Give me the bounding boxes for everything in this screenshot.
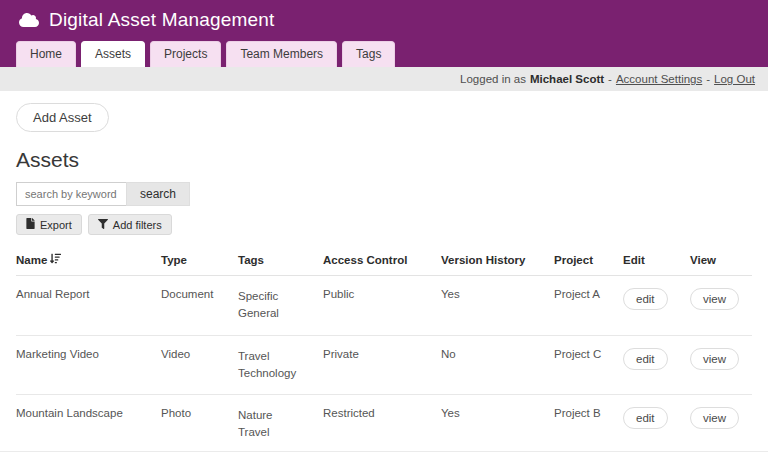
search-button[interactable]: search <box>126 182 190 206</box>
edit-button[interactable]: edit <box>623 348 668 370</box>
cell-type: Photo <box>161 395 238 452</box>
table-row: Marketing Video Video Travel Technology … <box>16 335 752 395</box>
filter-row: Export Add filters <box>16 214 752 235</box>
edit-button[interactable]: edit <box>623 407 668 429</box>
cell-tags: Nature Travel <box>238 395 323 452</box>
column-header-name[interactable]: Name <box>16 241 161 276</box>
search-row: search <box>16 182 752 206</box>
column-header-project: Project <box>554 241 623 276</box>
cell-version-history: Yes <box>441 395 554 452</box>
edit-button[interactable]: edit <box>623 288 668 310</box>
column-header-edit: Edit <box>623 241 690 276</box>
tab-team-members[interactable]: Team Members <box>226 41 337 67</box>
sort-icon[interactable] <box>50 253 61 266</box>
view-button[interactable]: view <box>690 348 739 370</box>
funnel-icon <box>98 219 108 231</box>
cell-version-history: No <box>441 335 554 395</box>
tag: Travel <box>238 424 317 441</box>
add-filters-button[interactable]: Add filters <box>88 214 172 235</box>
tab-home[interactable]: Home <box>16 41 76 67</box>
export-label: Export <box>40 219 72 231</box>
cloud-icon <box>18 12 40 28</box>
tab-bar: Home Assets Projects Team Members Tags <box>0 35 768 67</box>
view-button[interactable]: view <box>690 288 739 310</box>
cell-access-control: Restricted <box>323 395 441 452</box>
file-icon <box>26 218 35 231</box>
tab-projects[interactable]: Projects <box>150 41 221 67</box>
page-title: Assets <box>16 148 752 172</box>
cell-access-control: Public <box>323 276 441 336</box>
account-settings-link[interactable]: Account Settings <box>616 73 702 85</box>
tag: Travel <box>238 348 317 365</box>
tab-assets[interactable]: Assets <box>81 41 145 67</box>
column-header-view: View <box>690 241 752 276</box>
cell-type: Document <box>161 276 238 336</box>
main-content: Add Asset Assets search Export Add filte… <box>0 91 768 451</box>
cell-name: Annual Report <box>16 276 161 336</box>
cell-tags: Specific General <box>238 276 323 336</box>
add-filters-label: Add filters <box>113 219 162 231</box>
cell-name: Marketing Video <box>16 335 161 395</box>
brand: Digital Asset Management <box>0 7 768 35</box>
tag: Specific <box>238 288 317 305</box>
app-header: Digital Asset Management Home Assets Pro… <box>0 0 768 67</box>
app-title: Digital Asset Management <box>49 9 275 31</box>
export-button[interactable]: Export <box>16 214 82 235</box>
tag: Nature <box>238 407 317 424</box>
cell-project: Project B <box>554 395 623 452</box>
tag: Technology <box>238 365 317 382</box>
column-header-access-control: Access Control <box>323 241 441 276</box>
cell-tags: Travel Technology <box>238 335 323 395</box>
table-row: Mountain Landscape Photo Nature Travel R… <box>16 395 752 452</box>
add-asset-button[interactable]: Add Asset <box>16 103 109 132</box>
column-header-type: Type <box>161 241 238 276</box>
separator: - <box>706 73 710 85</box>
column-header-tags: Tags <box>238 241 323 276</box>
view-button[interactable]: view <box>690 407 739 429</box>
cell-access-control: Private <box>323 335 441 395</box>
table-row: Annual Report Document Specific General … <box>16 276 752 336</box>
user-bar: Logged in as Michael Scott - Account Set… <box>0 67 768 91</box>
cell-project: Project C <box>554 335 623 395</box>
log-out-link[interactable]: Log Out <box>714 73 755 85</box>
cell-version-history: Yes <box>441 276 554 336</box>
table-header-row: Name Type Tags Access Control Version Hi… <box>16 241 752 276</box>
assets-table: Name Type Tags Access Control Version Hi… <box>16 241 752 451</box>
column-header-version-history: Version History <box>441 241 554 276</box>
tab-tags[interactable]: Tags <box>342 41 395 67</box>
cell-type: Video <box>161 335 238 395</box>
separator: - <box>608 73 612 85</box>
logged-in-username: Michael Scott <box>530 73 604 85</box>
cell-name: Mountain Landscape <box>16 395 161 452</box>
cell-project: Project A <box>554 276 623 336</box>
tag: General <box>238 305 317 322</box>
logged-in-prefix: Logged in as <box>460 73 526 85</box>
search-input[interactable] <box>16 182 126 206</box>
